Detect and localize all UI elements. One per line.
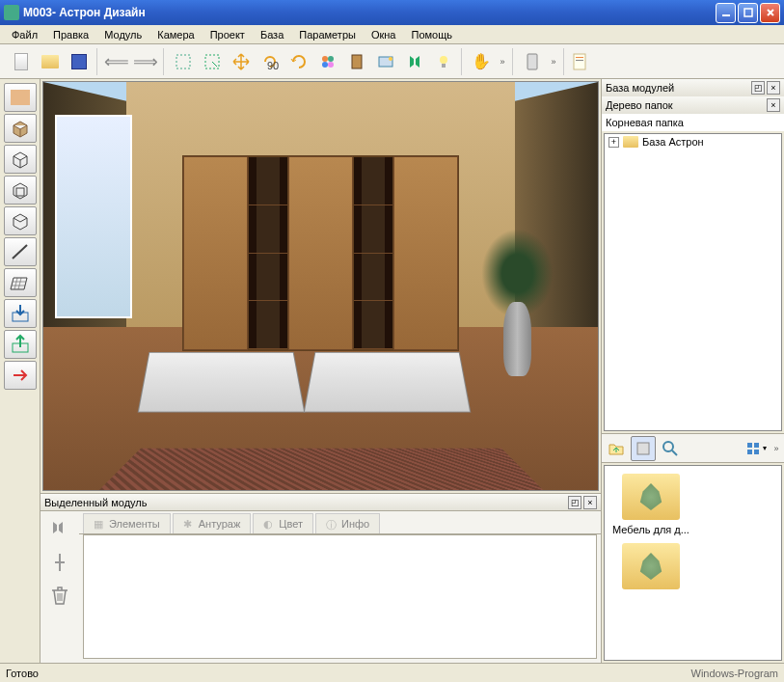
close-button[interactable] (760, 3, 780, 23)
folder-item-2[interactable] (612, 543, 689, 589)
panel-close-button[interactable]: × (583, 496, 597, 509)
tool-cube2[interactable] (4, 176, 37, 205)
menu-module[interactable]: Модуль (96, 27, 149, 42)
svg-rect-15 (574, 54, 585, 69)
main-area: Выделенный модуль ◰ × ▦Элементы ✱Антураж… (0, 79, 784, 663)
root-folder-header: Корневая папка (602, 114, 784, 131)
tool-line[interactable] (4, 237, 37, 266)
palette-icon: ◐ (263, 518, 275, 530)
light-icon (435, 53, 452, 70)
folder-item-1[interactable]: Мебель для д... (612, 474, 689, 535)
3d-viewport[interactable] (42, 81, 599, 491)
grid-icon: ▦ (94, 518, 105, 530)
light-button[interactable] (430, 48, 457, 75)
select-icon (175, 53, 192, 70)
status-text: Готово (6, 668, 691, 679)
pan-hand-icon: ✋ (472, 52, 491, 70)
furniture-wardrobe (182, 155, 460, 351)
svg-rect-13 (442, 64, 446, 68)
svg-rect-1 (744, 9, 752, 16)
select-tool-button[interactable] (199, 48, 226, 75)
menu-help[interactable]: Помощь (403, 27, 460, 42)
render-icon (377, 53, 394, 70)
rotate90-button[interactable]: 90 (257, 48, 284, 75)
module-slider-icon[interactable] (49, 552, 70, 573)
center-column: Выделенный модуль ◰ × ▦Элементы ✱Антураж… (41, 79, 601, 663)
svg-rect-14 (527, 54, 537, 69)
phone-button[interactable] (519, 48, 546, 75)
menu-base[interactable]: База (253, 27, 291, 42)
right-bottom-panel: ▾ » Мебель для д... (602, 433, 784, 663)
pan-button[interactable]: ✋ (468, 48, 495, 75)
icons-view-icon (635, 440, 652, 457)
leaf-icon (637, 553, 664, 580)
svg-point-11 (389, 57, 392, 61)
selected-module-panel: Выделенный модуль ◰ × ▦Элементы ✱Антураж… (41, 493, 601, 663)
rotate-button[interactable] (285, 48, 312, 75)
view-icons-button[interactable] (631, 436, 656, 461)
tab-entourage[interactable]: ✱Антураж (173, 513, 252, 533)
trash-icon[interactable] (50, 585, 69, 606)
tool-arrow-right[interactable] (4, 361, 37, 390)
panel-dock-button[interactable]: ◰ (568, 496, 581, 509)
export-icon (10, 334, 31, 355)
tree-close-button[interactable]: × (767, 98, 780, 112)
save-button[interactable] (66, 48, 93, 75)
menu-edit[interactable]: Правка (45, 27, 96, 42)
doc-button[interactable] (566, 48, 593, 75)
tool-plane[interactable] (4, 268, 37, 297)
folder-tree-header: Дерево папок × (602, 96, 784, 114)
app-icon (4, 5, 19, 20)
undo-button[interactable]: ⟸ (103, 48, 130, 75)
move-button[interactable] (228, 48, 255, 75)
new-file-icon (14, 53, 28, 70)
toolbar-overflow-2[interactable]: » (548, 48, 559, 75)
palette-button[interactable] (314, 48, 341, 75)
tool-material[interactable] (4, 83, 37, 112)
svg-point-12 (440, 56, 447, 64)
module-mirror-icon[interactable] (49, 519, 70, 540)
selected-module-title: Выделенный модуль (44, 497, 566, 508)
tree-node-root[interactable]: + База Астрон (605, 134, 781, 150)
tool-cube3[interactable] (4, 206, 37, 235)
menu-camera[interactable]: Камера (149, 27, 202, 42)
undo-icon: ⟸ (104, 51, 129, 72)
tool-import[interactable] (4, 299, 37, 328)
render-button[interactable] (372, 48, 399, 75)
tab-color[interactable]: ◐Цвет (253, 513, 313, 533)
menu-windows[interactable]: Окна (364, 27, 404, 42)
menu-params[interactable]: Параметры (291, 27, 364, 42)
modules-db-title: База модулей (606, 82, 749, 94)
folder-content[interactable]: Мебель для д... (604, 465, 782, 661)
menu-project[interactable]: Проект (203, 27, 253, 42)
new-button[interactable] (8, 48, 35, 75)
tool-export[interactable] (4, 330, 37, 359)
tab-info[interactable]: ⓘИнфо (315, 513, 380, 533)
door-button[interactable] (343, 48, 370, 75)
menu-file[interactable]: Файл (4, 27, 45, 42)
toolbar-overflow-1[interactable]: » (497, 48, 508, 75)
tool-box[interactable] (4, 114, 37, 143)
tool-cube-wire[interactable] (4, 145, 37, 174)
rpanel-dock-button[interactable]: ◰ (751, 81, 765, 95)
right-toolbar-overflow[interactable]: » (770, 435, 782, 462)
up-folder-button[interactable] (604, 436, 629, 461)
view-options-button[interactable]: ▾ (743, 436, 769, 461)
rpanel-close-button[interactable]: × (767, 81, 780, 95)
open-button[interactable] (37, 48, 64, 75)
selected-module-header: Выделенный модуль ◰ × (41, 494, 601, 511)
cube3-icon (10, 210, 31, 232)
maximize-button[interactable] (738, 3, 758, 23)
tree-expand-button[interactable]: + (608, 137, 619, 148)
statusbar: Готово Windows-Program (0, 663, 784, 682)
search-button[interactable] (658, 436, 683, 461)
mirror-button[interactable] (401, 48, 428, 75)
modules-db-header: База модулей ◰ × (602, 79, 784, 96)
redo-button[interactable]: ⟹ (132, 48, 159, 75)
folder-tree[interactable]: + База Астрон (604, 133, 782, 431)
tab-elements[interactable]: ▦Элементы (83, 513, 171, 533)
document-icon (572, 53, 587, 70)
select-button[interactable] (170, 48, 197, 75)
svg-rect-26 (754, 450, 759, 454)
minimize-button[interactable] (716, 3, 736, 23)
